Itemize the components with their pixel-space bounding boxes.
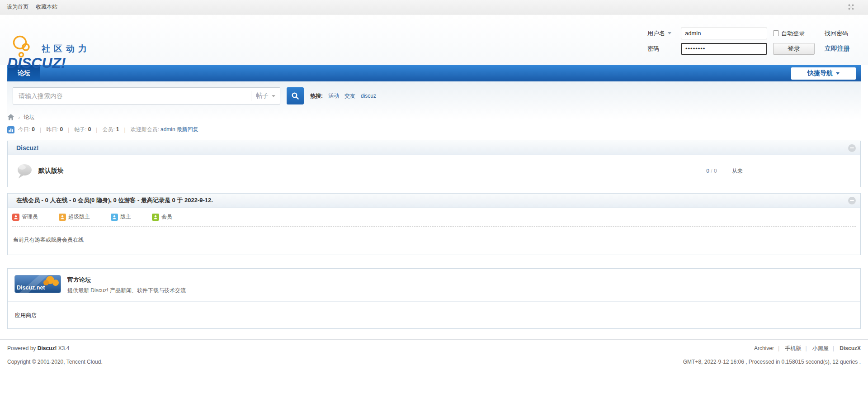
chevron-down-icon — [836, 72, 840, 75]
category-title[interactable]: Discuz! — [16, 144, 39, 152]
site-logo[interactable]: 社区动力 DISCUZ! — [7, 33, 102, 72]
forum-topic-post-counts: 0 / 0 — [691, 168, 732, 174]
chevron-down-icon — [668, 32, 671, 34]
welcome-newest-member: 欢迎新会员:admin — [131, 126, 175, 133]
username-input[interactable] — [681, 28, 767, 39]
search-box: 帖子 — [13, 87, 280, 104]
search-area: 帖子 热搜: 活动 交友 discuz — [7, 81, 861, 134]
legend-super-moderator: 超级版主 — [59, 213, 90, 221]
legend-admin: 管理员 — [12, 213, 38, 221]
search-input[interactable] — [13, 92, 251, 100]
forum-row: 默认版块 0 / 0 从未 — [8, 155, 860, 187]
powered-by: Powered by Discuz! X3.4 — [7, 344, 103, 353]
search-button[interactable] — [287, 87, 304, 104]
discuz-net-banner[interactable]: Discuz.net — [14, 275, 61, 295]
login-form: 用户名 自动登录 找回密码 密码 登录 立即注册 — [647, 27, 861, 58]
login-button[interactable]: 登录 — [773, 43, 815, 55]
page-footer: Powered by Discuz! X3.4 Copyright © 2001… — [0, 339, 868, 371]
footer-links: Archiver 手机版 小黑屋 DiscuzX — [683, 344, 861, 353]
stat-members: 会员:1 — [102, 126, 119, 133]
register-link[interactable]: 立即注册 — [825, 45, 850, 52]
stat-posts: 帖子:0 — [74, 126, 91, 133]
stat-today: 今日:0 — [18, 126, 35, 133]
hot-link-friends[interactable]: 交友 — [344, 92, 355, 100]
latest-reply-link[interactable]: 最新回复 — [177, 126, 198, 133]
hot-search-label: 热搜: — [310, 92, 323, 100]
newest-member-link[interactable]: admin — [160, 126, 175, 133]
search-icon — [291, 92, 299, 100]
collapse-section-button[interactable] — [848, 144, 856, 152]
window-collapse-icon[interactable] — [847, 3, 855, 11]
speech-bubble-icon — [15, 162, 33, 180]
member-user-icon — [152, 213, 159, 221]
mobile-version-link[interactable]: 手机版 — [785, 345, 811, 351]
site-header: 社区动力 DISCUZ! 用户名 自动登录 找回密码 密码 登录 — [0, 14, 868, 65]
chevron-down-icon — [272, 95, 275, 97]
admin-user-icon — [12, 213, 19, 221]
archiver-link[interactable]: Archiver — [754, 345, 783, 351]
main-nav: 论坛 快捷导航 — [7, 65, 861, 81]
breadcrumb-separator — [18, 114, 20, 121]
legend-moderator: 版主 — [111, 213, 131, 221]
online-title: 在线会员 - 0 人在线 - 0 会员(0 隐身), 0 位游客 - 最高记录是… — [16, 196, 213, 204]
username-label-dropdown[interactable]: 用户名 — [647, 29, 681, 38]
set-home-link[interactable]: 设为首页 — [7, 3, 28, 11]
copyright: Copyright © 2001-2020, Tencent Cloud. — [7, 357, 103, 367]
usergroup-legend: 管理员 超级版主 版主 — [12, 213, 856, 227]
hot-link-activity[interactable]: 活动 — [328, 92, 339, 100]
favorite-link[interactable]: 收藏本站 — [36, 3, 57, 11]
discuzx-link[interactable]: DiscuzX — [840, 345, 861, 351]
super-moderator-user-icon — [59, 213, 66, 221]
password-label: 密码 — [647, 45, 681, 53]
forum-name-link[interactable]: 默认版块 — [38, 167, 64, 175]
quick-nav-button[interactable]: 快捷导航 — [791, 67, 856, 80]
banner-text: Discuz.net — [17, 285, 45, 291]
breadcrumb: 论坛 — [7, 114, 861, 121]
logo-tagline: 社区动力 — [41, 44, 90, 53]
collapse-section-button[interactable] — [848, 197, 856, 204]
app-store-link[interactable]: 应用商店 — [15, 312, 37, 318]
blacklist-link[interactable]: 小黑屋 — [812, 345, 838, 351]
forum-last-post: 从未 — [732, 167, 860, 175]
official-forum-description: 提供最新 Discuz! 产品新闻、软件下载与技术交流 — [67, 287, 186, 294]
official-forum-link[interactable]: 官方论坛 — [67, 276, 186, 284]
topbar: 设为首页 收藏本站 — [0, 0, 868, 14]
auto-login-label: 自动登录 — [781, 29, 805, 38]
category-header: Discuz! — [8, 141, 860, 155]
password-input[interactable] — [681, 43, 767, 55]
search-type-select[interactable]: 帖子 — [251, 91, 280, 101]
online-box: 在线会员 - 0 人在线 - 0 会员(0 隐身), 0 位游客 - 最高记录是… — [7, 193, 861, 255]
friendly-links-box: Discuz.net 官方论坛 提供最新 Discuz! 产品新闻、软件下载与技… — [7, 268, 861, 329]
online-empty-message: 当前只有游客或隐身会员在线 — [12, 227, 856, 255]
bar-chart-icon — [7, 126, 14, 133]
breadcrumb-forum-link[interactable]: 论坛 — [24, 114, 34, 121]
forum-icon[interactable] — [15, 162, 33, 180]
category-box: Discuz! 默认版块 — [7, 141, 861, 187]
logo-brand: DISCUZ! — [7, 55, 66, 71]
home-icon[interactable] — [7, 114, 14, 121]
forgot-password-link[interactable]: 找回密码 — [825, 30, 848, 37]
hot-link-discuz[interactable]: discuz — [361, 93, 376, 99]
forum-stats: 今日:0 昨日:0 帖子:0 会员:1 欢迎新会员:admin 最新回复 — [7, 126, 861, 133]
auto-login-checkbox[interactable] — [773, 30, 779, 36]
stat-yesterday: 昨日:0 — [46, 126, 63, 133]
online-header: 在线会员 - 0 人在线 - 0 会员(0 隐身), 0 位游客 - 最高记录是… — [8, 194, 860, 208]
hot-search: 热搜: 活动 交友 discuz — [310, 92, 376, 100]
lightbulb-icon — [14, 37, 29, 57]
footer-info: GMT+8, 2022-9-12 16:06 , Processed in 0.… — [683, 357, 861, 367]
legend-member: 会员 — [152, 213, 172, 221]
moderator-user-icon — [111, 213, 118, 221]
